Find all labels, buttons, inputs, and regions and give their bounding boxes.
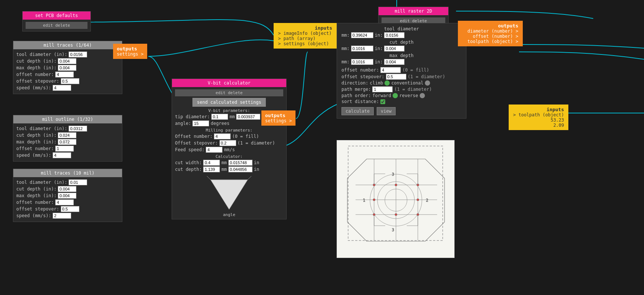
outputs-vbit-settings[interactable]: settings > [265, 118, 292, 123]
main-cut-depth-in[interactable] [384, 46, 404, 52]
cut-width-row: cut width: mm in [175, 160, 283, 166]
main-tool-diam-mm[interactable] [351, 32, 373, 38]
main-cut-depth-mm[interactable] [351, 46, 373, 52]
main-tool-diam-in[interactable] [384, 32, 404, 38]
svg-line-2 [248, 176, 251, 180]
main-tool-diam-row: mm: in: [341, 32, 462, 38]
vbit-offset-step-input[interactable] [219, 140, 236, 146]
milling-settings-panel: tool diameter mm: in: cut depth mm: in: … [337, 23, 466, 119]
max-depth-section-label: max depth [341, 53, 462, 58]
offset-step-input[interactable] [61, 78, 79, 84]
inputs-right-label: inputs [513, 107, 564, 112]
outline-max-depth-input[interactable] [58, 139, 76, 145]
cut-depth-section-label: cut depth [341, 40, 462, 45]
main-offset-num-input[interactable] [380, 67, 401, 73]
vbit-edit-delete[interactable]: edit delete [175, 89, 283, 96]
vbit-diagram-svg [207, 176, 251, 213]
vbit-title[interactable]: V-bit calculator [172, 79, 286, 87]
mill-raster-2d-title[interactable]: mill raster 2D [379, 7, 448, 15]
pcb-preview: 3 2 1 3 [337, 140, 455, 258]
main-offset-step-row: offset stepover: (1 = diameter) [341, 74, 462, 80]
cut-depth-in-input[interactable] [228, 166, 252, 172]
t10-max-depth-input[interactable] [58, 193, 76, 199]
tool-diam-input[interactable] [69, 52, 87, 57]
cut-width-mm-input[interactable] [203, 160, 220, 166]
calculate-button[interactable]: calculate [341, 107, 374, 115]
t10-offset-step-input[interactable] [61, 206, 79, 212]
inputs-right-toolpath: > toolpath (object) [513, 112, 564, 117]
outline-tool-diam-input[interactable] [69, 126, 87, 132]
inputs-main-item1: > path (array) [278, 36, 332, 41]
svg-point-18 [417, 199, 419, 201]
t10-tool-diam-input[interactable] [69, 179, 87, 185]
svg-marker-0 [211, 180, 248, 209]
outputs-right-label: outputs [462, 23, 518, 29]
outline-speed-input[interactable] [53, 152, 71, 158]
speed-input[interactable] [53, 85, 71, 91]
svg-rect-3 [348, 146, 443, 241]
outputs-left-settings[interactable]: settings > [117, 52, 143, 57]
t10-cut-depth-input[interactable] [58, 186, 76, 192]
offset-step-row: offset stepover: [16, 78, 119, 84]
outputs-toolpath[interactable]: toolpath (object) > [462, 39, 518, 44]
path-merge-input[interactable] [372, 86, 393, 92]
tip-diam-mm-input[interactable] [211, 114, 228, 120]
t10-offset-num-input[interactable] [55, 199, 74, 205]
main-offset-num-row: offset number: (0 = fill) [341, 67, 462, 73]
forward-radio[interactable] [393, 93, 398, 98]
angle-input[interactable] [192, 120, 209, 126]
inputs-main-panel: inputs > imageInfo (object) > path (arra… [274, 23, 337, 49]
inputs-right-val2: 2.09 [513, 123, 564, 128]
set-pcb-title[interactable]: set PCB defaults [23, 11, 90, 20]
path-order-row: path order: forward reverse [341, 93, 462, 98]
outline-cut-depth-input[interactable] [58, 132, 76, 138]
t10-speed-input[interactable] [53, 213, 71, 219]
send-calculated-settings-button[interactable]: send calculated settings [192, 98, 265, 107]
reverse-radio[interactable] [420, 93, 425, 98]
mill-traces-164-title[interactable]: mill traces (1/64) [13, 41, 122, 49]
tool-diam-section-label: tool diameter [341, 26, 462, 32]
main-offset-step-input[interactable] [386, 74, 406, 80]
climb-radio[interactable] [384, 80, 390, 86]
main-max-depth-row: mm: in: [341, 59, 462, 65]
inputs-main-label: inputs [278, 25, 332, 31]
outputs-diam[interactable]: diameter (number) > [462, 29, 518, 34]
main-max-depth-mm[interactable] [351, 59, 373, 65]
action-buttons: calculate view [341, 107, 462, 115]
speed-row: speed (mm/s): [16, 85, 119, 91]
view-button[interactable]: view [377, 107, 396, 115]
outputs-left-label: outputs [117, 46, 143, 52]
svg-text:3: 3 [392, 172, 394, 176]
cut-depth-input[interactable] [58, 58, 76, 64]
svg-point-20 [395, 213, 397, 216]
svg-line-29 [425, 230, 436, 241]
set-pcb-edit-delete[interactable]: edit delete [26, 22, 87, 29]
svg-text:1: 1 [363, 198, 365, 202]
tip-diam-in-input[interactable] [236, 114, 260, 120]
outputs-left-panel: outputs settings > [113, 44, 147, 59]
svg-line-28 [356, 230, 367, 241]
feed-speed-input[interactable] [206, 147, 222, 153]
svg-point-15 [395, 184, 397, 186]
outline-offset-num-input[interactable] [55, 146, 74, 152]
inputs-main-item2: > settings (object) [278, 41, 332, 46]
milling-params-label: Milling parameters: [175, 128, 283, 133]
offset-num-row: offset number: [16, 72, 119, 77]
mill-traces-10-title[interactable]: mill traces (10 mil) [13, 169, 122, 177]
cut-depth-mm-input[interactable] [203, 166, 220, 172]
offset-num-input[interactable] [55, 72, 74, 77]
outputs-offset[interactable]: offset (number) > [462, 34, 518, 39]
pcb-preview-svg: 3 2 1 3 [337, 140, 455, 258]
svg-point-17 [373, 199, 375, 201]
outputs-vbit-label: outputs [265, 113, 292, 118]
outputs-right-panel: outputs diameter (number) > offset (numb… [458, 21, 523, 46]
max-depth-input[interactable] [58, 65, 76, 71]
mill-outline-title[interactable]: mill outline (1/32) [13, 115, 122, 123]
main-max-depth-in[interactable] [384, 59, 404, 65]
sort-distance-checkbox[interactable] [380, 99, 385, 104]
conventional-radio[interactable] [425, 80, 430, 86]
cut-depth-row: cut depth (in): [16, 58, 119, 64]
cut-width-in-input[interactable] [228, 160, 252, 166]
set-pcb-node: set PCB defaults edit delete [22, 11, 91, 32]
vbit-offset-num-input[interactable] [214, 133, 231, 139]
